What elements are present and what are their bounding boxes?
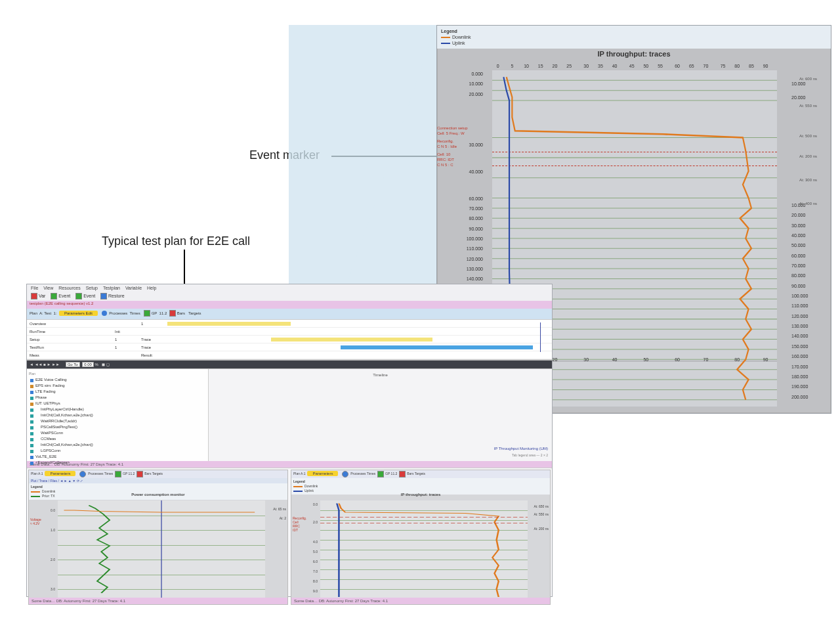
tree-item[interactable]: WaitPSConn bbox=[29, 430, 206, 436]
menu-setup[interactable]: Setup bbox=[86, 286, 98, 290]
tb-var[interactable]: Var bbox=[31, 293, 45, 299]
btn-stop[interactable]: ■ bbox=[43, 363, 46, 366]
track-row: RunTimeInit bbox=[27, 328, 552, 336]
event-marker-line-2 bbox=[492, 166, 777, 166]
btn-play[interactable]: ► bbox=[47, 363, 51, 366]
tb-event2[interactable]: Event bbox=[75, 293, 95, 299]
tree-item[interactable]: InitChl(Call,Kchan,e2e,[chan]) bbox=[29, 442, 206, 448]
track-row: TestRun1Trace bbox=[27, 343, 552, 351]
tabbar-blue: Plan A: Test 1: Parameters Edit Processe… bbox=[27, 309, 552, 319]
mini-chart-power: Plan A:1 Parameters Processes Times GP 1… bbox=[28, 470, 288, 605]
tree-item[interactable]: <Expand/Collapse> bbox=[29, 460, 206, 466]
track-bar[interactable] bbox=[167, 322, 291, 326]
menu-view[interactable]: View bbox=[43, 286, 53, 290]
menu-testplan[interactable]: Testplan bbox=[103, 286, 120, 290]
right-tags: At: 600 ns At: 550 ns At: 500 ns At: 200… bbox=[799, 70, 828, 407]
goto-value[interactable]: 0.00 bbox=[82, 362, 94, 367]
dot-icon bbox=[102, 311, 107, 316]
track-row: Setup1Trace bbox=[27, 336, 552, 343]
pill-parameters[interactable]: Parameters Edit bbox=[59, 311, 98, 316]
toolbar: Var Event Event Restore bbox=[27, 292, 552, 301]
annotation-test-plan: Typical test plan for E2E call bbox=[102, 234, 250, 248]
track-row: Overview1 bbox=[27, 320, 552, 328]
tree-item[interactable]: VoLTE_E2E bbox=[29, 454, 206, 460]
pill-parameters-mini[interactable]: Parameters bbox=[45, 471, 75, 476]
testplan-tree[interactable]: Plan E2E Voice Calling EPS sim: Fading L… bbox=[27, 369, 209, 461]
btn-back[interactable]: ◄◄ bbox=[35, 363, 43, 366]
btn-rewind[interactable]: ◄ bbox=[30, 363, 33, 366]
tree-item[interactable]: InitPhyLayerCtrl(Handle) bbox=[29, 407, 206, 412]
canvas-area: Timeline IP Throughput Monitoring (UM) T… bbox=[209, 369, 552, 461]
tracks-panel: Overview1 RunTimeInit Setup1Trace TestRu… bbox=[27, 319, 552, 360]
playback-controls: ◄ ◄◄ ■ ► ►► Go To 0.00 % ◼ ◻ bbox=[27, 360, 552, 369]
tree-item[interactable]: E2E Voice Calling bbox=[29, 377, 206, 383]
track-row: MeasResult bbox=[27, 351, 552, 359]
canvas-link[interactable]: IP Throughput Monitoring (UM) bbox=[494, 447, 548, 451]
menubar[interactable]: File View Resources Setup Testplan Varia… bbox=[27, 284, 552, 292]
tree-item[interactable]: InitChl(Call,Kchan,e2e,[chan]) bbox=[29, 412, 206, 418]
titlebar-pink: testplan (E2E calling sequence) v1.2 bbox=[27, 301, 552, 309]
menu-help[interactable]: Help bbox=[147, 286, 156, 290]
btn-ff[interactable]: ►► bbox=[52, 363, 60, 366]
btn-marker-b[interactable]: ◻ bbox=[106, 363, 110, 366]
tree-item[interactable]: Phase bbox=[29, 395, 206, 401]
menu-resources[interactable]: Resources bbox=[58, 286, 80, 290]
tree-item[interactable]: LTE Fading bbox=[29, 389, 206, 395]
event-marker-line-1 bbox=[492, 152, 777, 152]
goto-select[interactable]: Go To bbox=[66, 362, 80, 367]
track-bar[interactable] bbox=[341, 345, 533, 349]
mini-chart-ip: Plan A:1 Parameters Processes Times GP 1… bbox=[291, 470, 551, 605]
legend-swatch-uplink bbox=[441, 43, 450, 44]
tb-restore[interactable]: Restore bbox=[100, 293, 125, 299]
track-bar[interactable] bbox=[271, 338, 432, 342]
btn-marker-a[interactable]: ◼ bbox=[102, 363, 105, 366]
tree-item[interactable]: LGPSConn bbox=[29, 448, 206, 454]
dot-icon bbox=[79, 471, 86, 477]
tree-item[interactable]: CCMeas bbox=[29, 436, 206, 442]
tree-item[interactable]: PSCallStatPingTest() bbox=[29, 424, 206, 430]
pill-parameters-mini2[interactable]: Parameters bbox=[307, 471, 338, 476]
app-window: File View Resources Setup Testplan Varia… bbox=[26, 284, 553, 597]
chart-legend: Legend Downlink Uplink bbox=[437, 26, 831, 49]
tree-item[interactable]: WaitRRCIdle(T,addr) bbox=[29, 418, 206, 424]
tree-item[interactable]: EPS sim: Fading bbox=[29, 383, 206, 389]
legend-swatch-downlink bbox=[441, 37, 450, 38]
tb-event1[interactable]: Event bbox=[51, 293, 70, 299]
tree-item[interactable]: IUT: UETPhys bbox=[29, 401, 206, 407]
menu-variable[interactable]: Variable bbox=[125, 286, 142, 290]
menu-file[interactable]: File bbox=[31, 286, 38, 290]
dot-icon bbox=[342, 471, 348, 477]
chart-title: IP throughput: traces bbox=[437, 50, 831, 58]
